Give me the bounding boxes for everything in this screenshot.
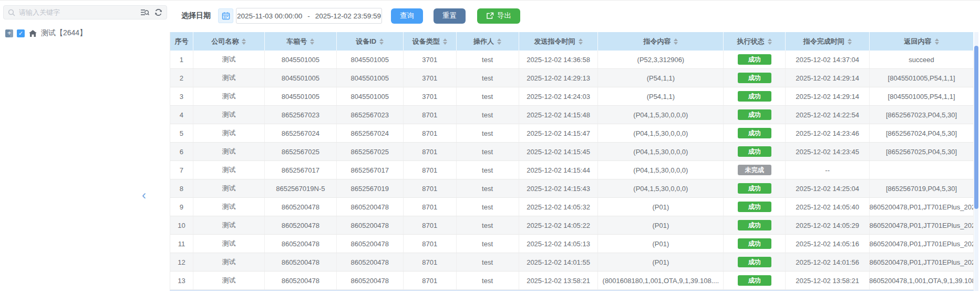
cell-send_time: 2025-12-02 13:58:21 — [519, 272, 599, 289]
column-header-company[interactable]: 公司名称 — [193, 32, 265, 51]
column-header-label: 车箱号 — [286, 37, 307, 46]
sidebar-collapse-chevron-icon[interactable]: ‹ — [142, 187, 150, 204]
cell-command: (P01) — [598, 235, 724, 253]
cell-operator: test — [457, 179, 519, 197]
cell-finish_time: 2025-12-02 14:37:04 — [786, 51, 870, 68]
cell-operator: test — [457, 235, 519, 253]
table-row: 9测试860520047886052004788701test2025-12-0… — [170, 198, 974, 216]
cell-result: [8605200478,P01,JT701EPlus_202 — [870, 235, 974, 253]
cell-vehicle: 8652567017 — [265, 161, 337, 179]
cell-company: 测试 — [193, 124, 265, 142]
cell-send_time: 2025-12-02 14:29:13 — [519, 69, 599, 87]
cell-no: 1 — [170, 51, 193, 68]
column-header-finish_time[interactable]: 指令完成时间 — [786, 32, 870, 51]
cell-no: 11 — [170, 235, 193, 253]
cell-device_type: 3701 — [404, 87, 457, 105]
cell-send_time: 2025-12-02 14:01:55 — [519, 253, 599, 271]
cell-command: (P01) — [598, 198, 724, 216]
tree-search-input[interactable] — [19, 8, 140, 16]
cell-vehicle: 8045501005 — [265, 69, 337, 87]
reset-button[interactable]: 重置 — [434, 8, 466, 24]
tree-expand-icon[interactable]: + — [5, 29, 13, 37]
sort-caret-icon[interactable] — [379, 38, 384, 45]
sort-caret-icon[interactable] — [497, 38, 501, 45]
date-range-input[interactable]: 2025-11-03 00:00:00 - 2025-12-02 23:59:5… — [236, 8, 382, 24]
cell-device_type: 8701 — [404, 106, 457, 124]
date-range-label: 选择日期 — [181, 11, 211, 21]
column-header-label: 设备类型 — [412, 37, 440, 46]
cell-finish_time: 2025-12-02 14:29:14 — [786, 69, 870, 87]
cell-finish_time: 2025-12-02 14:01:56 — [786, 253, 870, 271]
refresh-icon[interactable] — [154, 8, 162, 16]
cell-command: (P54,1,1) — [598, 69, 724, 87]
filter-search-icon[interactable] — [140, 8, 149, 16]
cell-device_type: 8701 — [404, 161, 457, 179]
cell-vehicle: 8652567023 — [265, 106, 337, 124]
cell-no: 10 — [170, 216, 193, 234]
column-header-send_time[interactable]: 发送指令时间 — [519, 32, 599, 51]
sort-caret-icon[interactable] — [848, 38, 852, 45]
home-icon — [28, 29, 37, 37]
sort-caret-icon[interactable] — [768, 38, 772, 45]
column-header-status[interactable]: 执行状态 — [724, 32, 786, 51]
column-header-operator[interactable]: 操作人 — [457, 32, 519, 51]
sort-caret-icon[interactable] — [310, 38, 314, 45]
tree-checkbox[interactable]: ✓ — [17, 29, 25, 37]
cell-vehicle: 8605200478 — [265, 198, 337, 216]
column-header-command[interactable]: 指令内容 — [598, 32, 724, 51]
cell-device_type: 3701 — [404, 51, 457, 68]
column-header-no: 序号 — [170, 32, 193, 51]
status-badge: 成功 — [738, 238, 771, 249]
cell-device_id: 8045501005 — [337, 87, 404, 105]
cell-company: 测试 — [193, 161, 265, 179]
tree-node[interactable]: + ✓ 测试【2644】 — [5, 28, 87, 38]
tree-node-label[interactable]: 测试【2644】 — [41, 28, 87, 38]
column-header-vehicle[interactable]: 车箱号 — [265, 32, 337, 51]
cell-status: 成功 — [724, 235, 786, 253]
sort-caret-icon[interactable] — [579, 38, 583, 45]
cell-operator: test — [457, 69, 519, 87]
cell-finish_time: 2025-12-02 14:05:29 — [786, 216, 870, 234]
cell-no: 2 — [170, 69, 193, 87]
cell-device_id: 8652567024 — [337, 124, 404, 142]
status-badge: 成功 — [738, 73, 771, 83]
cell-no: 13 — [170, 272, 193, 289]
sort-caret-icon[interactable] — [935, 38, 939, 45]
cell-company: 测试 — [193, 106, 265, 124]
sort-caret-icon[interactable] — [242, 38, 246, 45]
cell-device_type: 8701 — [404, 143, 457, 160]
query-toolbar: 选择日期 2025-11-03 00:00:00 - 2025-12-02 — [169, 1, 980, 31]
sort-caret-icon[interactable] — [443, 38, 447, 45]
table-row: 13测试860520047886052004788701test2025-12-… — [170, 272, 974, 290]
column-header-label: 返回内容 — [904, 37, 932, 46]
table-row: 8测试8652567019N-586525670198701test2025-1… — [170, 179, 974, 198]
vertical-scrollbar-thumb[interactable] — [974, 46, 978, 209]
table-row: 12测试860520047886052004788701test2025-12-… — [170, 253, 974, 272]
sort-caret-icon[interactable] — [674, 38, 678, 45]
status-badge: 成功 — [738, 109, 771, 120]
cell-status: 成功 — [724, 253, 786, 271]
cell-operator: test — [457, 106, 519, 124]
vertical-scrollbar[interactable] — [974, 32, 978, 291]
cell-command: (P04,1,5,30,0,0,0) — [598, 106, 724, 124]
cell-device_type: 8701 — [404, 272, 457, 289]
column-header-result[interactable]: 返回内容 — [870, 32, 974, 51]
cell-finish_time: 2025-12-02 13:58:21 — [786, 272, 870, 289]
query-button[interactable]: 查询 — [391, 8, 423, 24]
table-row: 6测试865256702586525670258701test2025-12-0… — [170, 143, 974, 161]
column-header-device_type[interactable]: 设备类型 — [404, 32, 457, 51]
calendar-button[interactable] — [218, 8, 233, 23]
tree-search-box[interactable] — [3, 5, 167, 19]
calendar-icon — [222, 12, 230, 20]
date-separator: - — [307, 12, 310, 20]
cell-send_time: 2025-12-02 14:15:48 — [519, 106, 599, 124]
column-header-label: 设备ID — [356, 37, 376, 46]
export-button[interactable]: 导出 — [477, 8, 520, 24]
column-header-device_id[interactable]: 设备ID — [337, 32, 404, 51]
cell-vehicle: 8652567025 — [265, 143, 337, 160]
column-header-label: 公司名称 — [211, 37, 239, 46]
cell-device_type: 8701 — [404, 124, 457, 142]
cell-send_time: 2025-12-02 14:36:58 — [519, 51, 599, 68]
cell-no: 3 — [170, 87, 193, 105]
table-row: 1测试804550100580455010053701test2025-12-0… — [170, 51, 974, 69]
